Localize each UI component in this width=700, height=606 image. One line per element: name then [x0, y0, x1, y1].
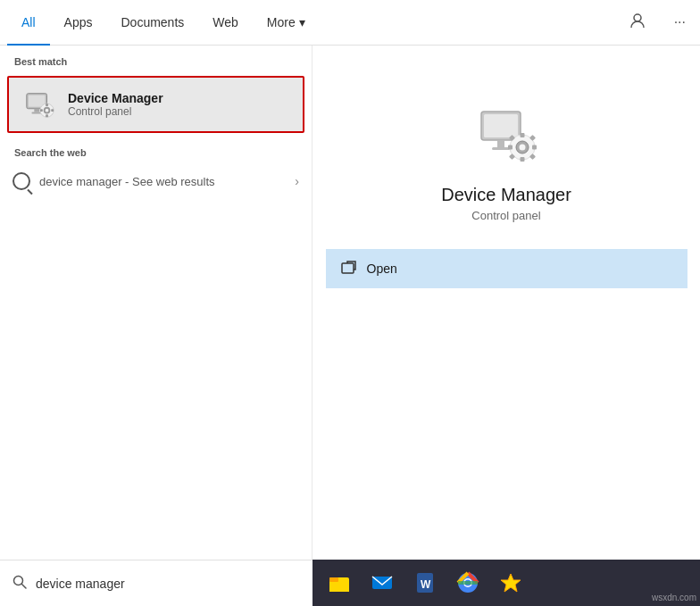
user-icon-btn[interactable]	[622, 9, 653, 36]
svg-rect-31	[329, 577, 338, 582]
best-match-label: Best match	[0, 46, 312, 72]
taskbar-mail[interactable]	[362, 563, 402, 602]
svg-rect-22	[532, 145, 537, 150]
right-panel: Device Manager Control panel Open	[312, 46, 700, 606]
taskbar-extra[interactable]	[491, 563, 530, 602]
watermark: wsxdn.com	[652, 593, 696, 602]
taskbar-file-explorer[interactable]	[320, 563, 359, 602]
open-button[interactable]: Open	[326, 249, 688, 288]
svg-rect-32	[329, 582, 349, 592]
svg-rect-27	[342, 263, 354, 273]
svg-rect-9	[46, 114, 48, 117]
more-options-btn[interactable]: ···	[667, 11, 693, 34]
svg-rect-14	[497, 140, 504, 147]
svg-rect-21	[508, 145, 512, 150]
web-search-icon	[12, 172, 30, 190]
svg-rect-19	[521, 133, 525, 137]
right-subtitle: Control panel	[471, 209, 540, 222]
tab-apps-label: Apps	[64, 15, 93, 29]
taskbar-chrome[interactable]	[448, 563, 488, 602]
search-icon-bottom	[12, 575, 27, 593]
tab-documents[interactable]: Documents	[106, 0, 198, 46]
svg-rect-3	[34, 109, 39, 112]
web-section-label: Search the web	[0, 137, 312, 163]
web-search-text: device manager - See web results	[39, 175, 215, 188]
more-dropdown-icon: ▾	[299, 15, 305, 29]
open-label: Open	[367, 261, 397, 276]
nav-right: ···	[622, 9, 693, 36]
svg-line-29	[22, 584, 27, 588]
web-query: device manager	[39, 175, 122, 188]
right-device-manager-icon	[471, 99, 542, 170]
svg-rect-10	[40, 109, 43, 112]
best-match-text: Device Manager Control panel	[68, 91, 163, 118]
tab-documents-label: Documents	[121, 15, 184, 29]
svg-rect-20	[521, 157, 525, 162]
web-search-item[interactable]: device manager - See web results ›	[0, 163, 312, 199]
svg-rect-15	[492, 147, 510, 150]
tab-all-label: All	[21, 15, 36, 29]
tab-more[interactable]: More ▾	[253, 0, 320, 46]
nav-tabs: All Apps Documents Web More ▾ ···	[0, 0, 700, 46]
svg-marker-39	[501, 574, 521, 592]
ellipsis-icon: ···	[674, 14, 686, 29]
tab-apps[interactable]: Apps	[50, 0, 107, 46]
left-panel: Best match	[0, 46, 312, 606]
tab-web[interactable]: Web	[198, 0, 253, 46]
best-match-subtitle: Control panel	[68, 105, 163, 118]
tab-all[interactable]: All	[7, 0, 50, 46]
tab-web-label: Web	[212, 15, 238, 29]
best-match-title: Device Manager	[68, 91, 163, 105]
device-manager-icon	[21, 87, 57, 122]
svg-point-7	[46, 109, 49, 112]
web-suffix: - See web results	[122, 175, 215, 188]
svg-text:W: W	[421, 578, 431, 591]
search-input[interactable]	[36, 577, 300, 591]
right-title: Device Manager	[441, 185, 571, 205]
svg-rect-8	[46, 104, 48, 106]
svg-point-0	[634, 14, 641, 21]
tab-more-label: More	[267, 15, 296, 29]
content-area: Best match	[0, 46, 700, 606]
open-icon	[340, 260, 358, 278]
best-match-item[interactable]: Device Manager Control panel	[7, 76, 304, 133]
chevron-right-icon: ›	[295, 174, 299, 188]
search-box-bottom	[0, 560, 312, 606]
taskbar-word[interactable]: W	[405, 563, 445, 602]
svg-rect-11	[51, 109, 54, 112]
svg-rect-13	[484, 114, 518, 137]
svg-point-18	[520, 145, 526, 151]
taskbar: W wsxdn.com	[312, 560, 700, 606]
